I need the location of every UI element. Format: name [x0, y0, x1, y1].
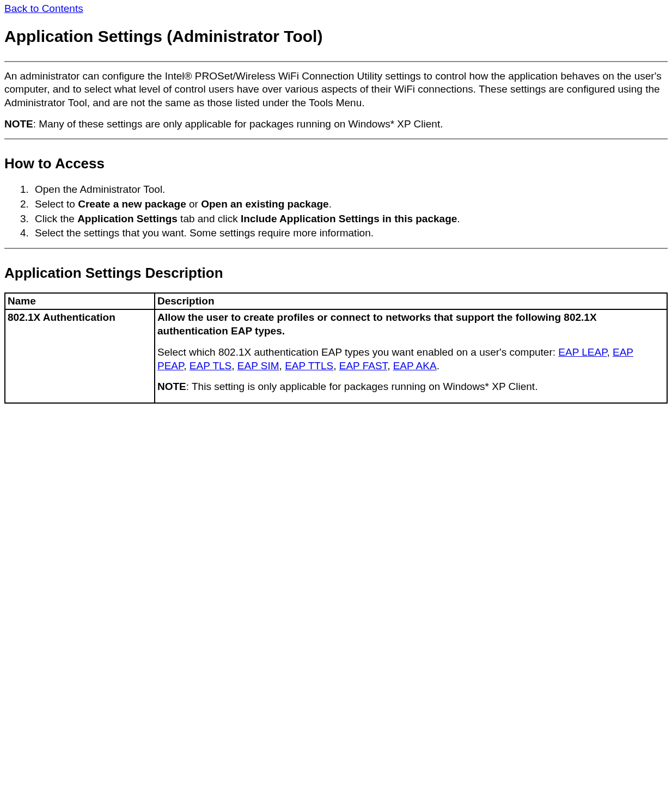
step-bold: Open an existing package: [201, 198, 328, 210]
note-text: : Many of these settings are only applic…: [33, 118, 443, 130]
desc-note: NOTE: This setting is only applicable fo…: [157, 380, 664, 394]
step-bold: Include Application Settings in this pac…: [241, 213, 457, 224]
note-label: NOTE: [157, 381, 186, 392]
step-text: Click the: [35, 213, 77, 224]
page-title: Application Settings (Administrator Tool…: [4, 26, 668, 47]
period: .: [437, 360, 439, 371]
intro-paragraph: An administrator can configure the Intel…: [4, 70, 668, 110]
back-to-contents-link[interactable]: Back to Contents: [4, 3, 83, 14]
sep: ,: [607, 346, 613, 358]
step-text: .: [457, 213, 460, 224]
table-header-name: Name: [5, 293, 155, 310]
divider: [4, 138, 668, 139]
step-text: .: [329, 198, 332, 210]
eap-sim-link[interactable]: EAP SIM: [237, 360, 279, 371]
eap-leap-link[interactable]: EAP LEAP: [558, 346, 607, 358]
list-item: Open the Administrator Tool.: [32, 183, 668, 197]
settings-table: Name Description 802.1X Authentication A…: [4, 292, 668, 404]
section-heading-access: How to Access: [4, 155, 668, 173]
step-text: tab and click: [178, 213, 241, 224]
desc-text: Select which 802.1X authentication EAP t…: [157, 346, 558, 358]
table-cell-description: Allow the user to create profiles or con…: [155, 309, 667, 402]
list-item: Select to Create a new package or Open a…: [32, 198, 668, 211]
eap-aka-link[interactable]: EAP AKA: [393, 360, 437, 371]
sep: ,: [387, 360, 393, 371]
access-steps-list: Open the Administrator Tool. Select to C…: [4, 183, 668, 240]
sep: ,: [184, 360, 190, 371]
sep: ,: [279, 360, 285, 371]
sep: ,: [333, 360, 339, 371]
step-text: Select to: [35, 198, 78, 210]
table-header-row: Name Description: [5, 293, 667, 310]
eap-tls-link[interactable]: EAP TLS: [190, 360, 231, 371]
divider: [4, 248, 668, 249]
list-item: Select the settings that you want. Some …: [32, 227, 668, 240]
note-text: : This setting is only applicable for pa…: [186, 381, 538, 392]
desc-paragraph: Select which 802.1X authentication EAP t…: [157, 346, 664, 373]
list-item: Click the Application Settings tab and c…: [32, 212, 668, 226]
table-row: 802.1X Authentication Allow the user to …: [5, 309, 667, 402]
note-label: NOTE: [4, 118, 33, 130]
divider: [4, 61, 668, 62]
desc-bold-intro: Allow the user to create profiles or con…: [157, 311, 664, 338]
table-cell-name: 802.1X Authentication: [5, 309, 155, 402]
table-header-description: Description: [155, 293, 667, 310]
step-bold: Create a new package: [78, 198, 186, 210]
sep: ,: [231, 360, 237, 371]
step-bold: Application Settings: [77, 213, 178, 224]
section-heading-description: Application Settings Description: [4, 264, 668, 283]
eap-ttls-link[interactable]: EAP TTLS: [285, 360, 333, 371]
eap-fast-link[interactable]: EAP FAST: [339, 360, 387, 371]
step-text: or: [186, 198, 201, 210]
note-paragraph: NOTE: Many of these settings are only ap…: [4, 118, 668, 131]
